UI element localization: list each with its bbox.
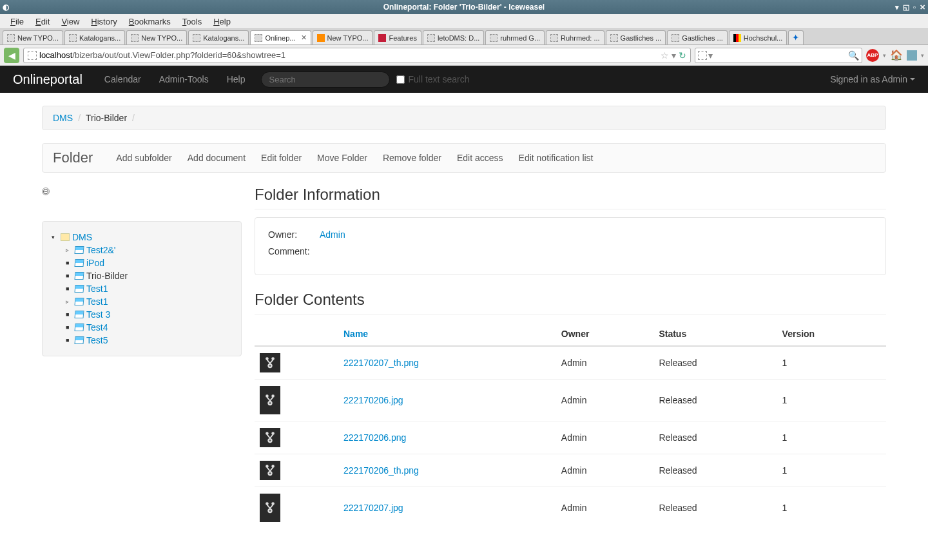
dropdown-icon[interactable]: ▾ xyxy=(672,50,676,61)
browser-tab[interactable]: New TYPO... xyxy=(126,30,187,44)
file-name-link[interactable]: 222170206.png xyxy=(343,432,406,443)
bookmark-star-icon[interactable]: ☆ xyxy=(661,50,669,61)
minimize-icon[interactable]: ▾ xyxy=(895,3,899,12)
tree-toggle-icon[interactable]: ■ xyxy=(66,337,72,343)
menubar-item[interactable]: Edit xyxy=(30,15,55,28)
file-thumbnail[interactable] xyxy=(260,386,280,414)
close-icon[interactable]: ✕ xyxy=(920,3,925,12)
menubar-item[interactable]: Tools xyxy=(177,15,207,28)
extension-icon[interactable] xyxy=(907,50,917,61)
tree-toggle-icon[interactable]: ▾ xyxy=(52,234,58,240)
browser-tab[interactable]: New TYPO... xyxy=(3,30,63,44)
owner-label: Owner: xyxy=(268,229,320,240)
browser-search-box[interactable]: ▾ 🔍 xyxy=(695,48,862,63)
menubar-item[interactable]: History xyxy=(86,15,122,28)
nav-link[interactable]: Help xyxy=(218,74,255,84)
tree-toggle-icon[interactable]: ▹ xyxy=(66,298,72,305)
tree-node[interactable]: ■Test1 xyxy=(66,282,232,295)
fulltext-checkbox[interactable] xyxy=(396,75,405,84)
search-engine-icon[interactable] xyxy=(698,51,707,60)
chevron-down-icon[interactable]: ▾ xyxy=(921,52,924,59)
file-name-link[interactable]: 222170207_th.png xyxy=(343,358,419,368)
nav-link[interactable]: Admin-Tools xyxy=(150,74,218,84)
tree-link[interactable]: Test1 xyxy=(86,296,108,307)
action-link[interactable]: Add document xyxy=(180,149,253,167)
tree-node[interactable]: ▹Test2&' xyxy=(66,244,232,256)
search-go-icon[interactable]: 🔍 xyxy=(848,50,859,61)
app-brand[interactable]: Onlineportal xyxy=(13,72,82,87)
tree-link[interactable]: Test5 xyxy=(86,335,108,345)
search-dropdown-icon[interactable]: ▾ xyxy=(708,50,713,61)
tree-toggle-icon[interactable]: ▹ xyxy=(66,247,72,253)
browser-tab[interactable]: Gastliches ... xyxy=(606,30,666,44)
user-menu[interactable]: Signed in as Admin xyxy=(830,74,915,84)
sort-name-link[interactable]: Name xyxy=(343,329,368,339)
file-thumbnail[interactable] xyxy=(260,428,280,447)
tree-toggle-icon[interactable]: ■ xyxy=(66,285,72,292)
action-link[interactable]: Edit notification list xyxy=(511,149,601,167)
url-bar[interactable]: localhost/bizerba/out/out.ViewFolder.php… xyxy=(23,48,691,63)
browser-tab[interactable]: New TYPO... xyxy=(313,30,373,44)
file-thumbnail[interactable] xyxy=(260,494,280,522)
tab-label: New TYPO... xyxy=(141,34,182,42)
action-link[interactable]: Edit access xyxy=(449,149,511,167)
tree-toggle-icon[interactable]: ■ xyxy=(66,273,72,279)
action-link[interactable]: Remove folder xyxy=(375,149,449,167)
tree-link[interactable]: Test2&' xyxy=(86,245,115,255)
home-icon[interactable]: 🏠 xyxy=(890,49,903,61)
reload-icon[interactable]: ↻ xyxy=(679,50,686,61)
action-link[interactable]: Move Folder xyxy=(309,149,375,167)
tree-link[interactable]: Test1 xyxy=(86,284,108,294)
browser-tab[interactable]: Onlinep...✕ xyxy=(250,30,311,44)
tree-toggle-icon[interactable]: ■ xyxy=(66,311,72,318)
action-link[interactable]: Edit folder xyxy=(253,149,309,167)
file-name-link[interactable]: 222170206_th.png xyxy=(343,465,419,476)
menubar-item[interactable]: Help xyxy=(208,15,236,28)
browser-tab[interactable]: ruhrmed G... xyxy=(485,30,545,44)
menubar-item[interactable]: View xyxy=(56,15,84,28)
tree-node[interactable]: ■Trio-Bilder xyxy=(66,269,232,282)
tree-link[interactable]: Test 3 xyxy=(86,309,110,320)
tab-close-icon[interactable]: ✕ xyxy=(301,34,307,42)
nav-link[interactable]: Calendar xyxy=(95,74,150,84)
new-tab-button[interactable]: ✦ xyxy=(788,30,804,44)
file-name-link[interactable]: 222170206.jpg xyxy=(343,395,403,405)
browser-tab[interactable]: Gastliches ... xyxy=(667,30,728,44)
tree-node[interactable]: ■Test4 xyxy=(66,321,232,334)
breadcrumb-current: Trio-Bilder xyxy=(86,113,127,123)
tree-link[interactable]: iPod xyxy=(86,258,104,268)
tree-node[interactable]: ■iPod xyxy=(66,256,232,269)
tree-node[interactable]: ■Test5 xyxy=(66,334,232,347)
site-identity-icon[interactable] xyxy=(28,51,37,60)
owner-link[interactable]: Admin xyxy=(320,229,345,240)
abp-dropdown-icon[interactable]: ▾ xyxy=(883,52,886,59)
tree-root-link[interactable]: DMS xyxy=(72,232,92,242)
tree-node[interactable]: ▹Test1 xyxy=(66,295,232,308)
favicon-icon xyxy=(427,34,435,42)
tree-toggle-icon[interactable]: ■ xyxy=(66,260,72,266)
browser-tab[interactable]: Ruhrmed: ... xyxy=(546,30,604,44)
file-thumbnail[interactable] xyxy=(260,353,280,372)
browser-tab[interactable]: Katalogans... xyxy=(188,30,249,44)
browser-tab[interactable]: Hochschul... xyxy=(729,30,788,44)
restore-icon[interactable]: ◱ xyxy=(903,3,909,12)
action-link[interactable]: Add subfolder xyxy=(108,149,179,167)
tree-link[interactable]: Test4 xyxy=(86,322,108,333)
tree-root-node[interactable]: ▾ DMS xyxy=(52,231,232,244)
maximize-icon[interactable]: ▫ xyxy=(913,3,916,12)
menubar-item[interactable]: Bookmarks xyxy=(124,15,176,28)
back-button[interactable]: ◀ xyxy=(4,48,19,63)
collapse-tree-icon[interactable]: ⊖ xyxy=(42,188,50,195)
adblock-icon[interactable]: ABP xyxy=(866,49,879,62)
search-input[interactable] xyxy=(261,72,390,88)
browser-tab[interactable]: Features xyxy=(374,30,421,44)
browser-tab[interactable]: Katalogans... xyxy=(64,30,125,44)
file-name-link[interactable]: 222170207.jpg xyxy=(343,503,403,513)
menubar-item[interactable]: File xyxy=(5,15,29,28)
breadcrumb-root[interactable]: DMS xyxy=(53,113,73,123)
fulltext-checkbox-wrap[interactable]: Full text search xyxy=(396,74,470,84)
file-thumbnail[interactable] xyxy=(260,461,280,480)
tree-node[interactable]: ■Test 3 xyxy=(66,308,232,321)
tree-toggle-icon[interactable]: ■ xyxy=(66,324,72,331)
browser-tab[interactable]: letoDMS: D... xyxy=(423,30,484,44)
